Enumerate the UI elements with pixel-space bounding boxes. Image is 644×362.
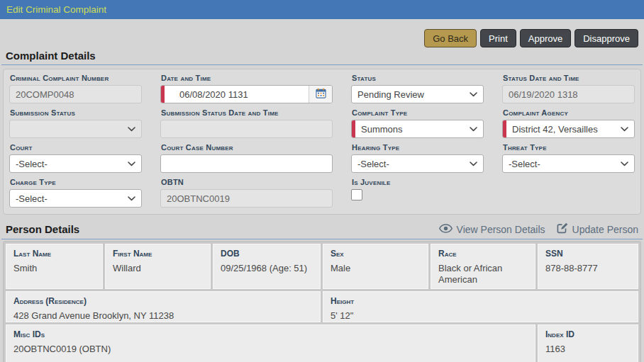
- court-select[interactable]: -Select-: [9, 154, 142, 173]
- misc-ids-value: 20OBTNC0019 (OBTN): [13, 344, 528, 355]
- ssn-value: 878-88-8777: [545, 263, 631, 274]
- person-details-heading: Person Details: [6, 223, 79, 235]
- height-label: Height: [331, 296, 631, 307]
- disapprove-button[interactable]: Disapprove: [574, 29, 638, 47]
- field-complaint-agency: Complaint Agency District 42, Versailles: [502, 108, 635, 138]
- last-name-label: Last Name: [13, 249, 95, 259]
- complaint-details-heading: Complaint Details: [6, 50, 638, 62]
- chevron-down-icon: [128, 127, 135, 132]
- cell-ssn: SSN 878-88-8777: [538, 244, 638, 289]
- index-id-label: Index ID: [545, 329, 631, 340]
- cell-dob: DOB 09/25/1968 (Age: 51): [213, 244, 321, 289]
- address-value: 428 Grand Avenue Brooklyn, NY 11238: [13, 310, 313, 322]
- cell-misc-ids: Misc IDs 20OBTNC0019 (OBTN): [6, 324, 535, 362]
- date-and-time-field: [160, 85, 333, 103]
- edit-pencil-icon: [557, 222, 568, 236]
- status-select[interactable]: Pending Review: [351, 85, 484, 103]
- empty-grid-cell: [502, 178, 635, 208]
- selected-value: Pending Review: [357, 89, 424, 100]
- field-submission-status-date-and-time: Submission Status Date and Time: [160, 108, 333, 138]
- field-submission-status: Submission Status: [9, 108, 142, 138]
- cell-index-id: Index ID 1163: [538, 324, 638, 362]
- selected-value: -Select-: [16, 193, 48, 204]
- person-details-panel: Last Name Smith First Name Willard DOB 0…: [3, 241, 641, 362]
- field-value: 06/19/2020 1318: [509, 89, 578, 100]
- charge-type-select[interactable]: -Select-: [9, 189, 142, 208]
- submission-status-label: Submission Status: [10, 108, 142, 118]
- cell-sex: Sex Male: [323, 244, 428, 289]
- chevron-down-icon: [470, 162, 477, 166]
- charge-type-label: Charge Type: [10, 178, 142, 187]
- complaint-agency-label: Complaint Agency: [503, 108, 635, 118]
- criminal-complaint-number-label: Criminal Complaint Number: [10, 74, 142, 83]
- field-value: 20COMP0048: [16, 89, 74, 100]
- chevron-down-icon: [621, 162, 628, 166]
- app-title-bar: Edit Criminal Complaint: [0, 0, 644, 19]
- submission-status-select[interactable]: [9, 120, 142, 138]
- is-juvenile-label: Is Juvenile: [352, 178, 484, 187]
- field-court: Court -Select-: [9, 143, 142, 173]
- chevron-down-icon: [128, 162, 135, 166]
- field-obtn: OBTN 20OBTNC0019: [160, 178, 333, 208]
- view-person-details-link[interactable]: View Person Details: [439, 224, 545, 235]
- status-date-and-time-label: Status Date and Time: [503, 74, 635, 83]
- obtn-input: 20OBTNC0019: [160, 189, 333, 208]
- selected-value: -Select-: [16, 159, 48, 169]
- cell-height: Height 5' 12": [323, 291, 638, 322]
- cell-address-residence: Address (Residence) 428 Grand Avenue Bro…: [6, 291, 321, 322]
- selected-value: District 42, Versailles: [512, 124, 598, 135]
- sex-value: Male: [331, 263, 421, 274]
- selected-value: Summons: [361, 124, 403, 135]
- field-criminal-complaint-number: Criminal Complaint Number 20COMP0048: [9, 74, 142, 103]
- complaint-details-panel: Criminal Complaint Number 20COMP0048 Dat…: [3, 69, 641, 215]
- cell-race: Race Black or African American: [431, 244, 535, 289]
- cell-first-name: First Name Willard: [105, 244, 211, 289]
- person-details-header: Person Details View Person Details Updat…: [6, 222, 638, 236]
- approve-button[interactable]: Approve: [520, 29, 571, 47]
- field-is-juvenile: Is Juvenile: [351, 178, 484, 208]
- person-actions: View Person Details Update Person: [428, 222, 638, 236]
- court-label: Court: [10, 143, 142, 152]
- complaint-agency-select[interactable]: District 42, Versailles: [502, 120, 635, 138]
- court-case-number-input[interactable]: [160, 154, 333, 173]
- hearing-type-select[interactable]: -Select-: [351, 154, 484, 173]
- field-court-case-number: Court Case Number: [160, 143, 333, 173]
- chevron-down-icon: [470, 92, 477, 97]
- cell-last-name: Last Name Smith: [6, 244, 103, 289]
- person-details-table: Last Name Smith First Name Willard DOB 0…: [6, 244, 638, 362]
- selected-value: -Select-: [357, 159, 389, 169]
- sex-label: Sex: [331, 249, 421, 259]
- race-value: Black or African American: [438, 263, 528, 285]
- ssn-label: SSN: [545, 249, 631, 259]
- threat-type-select[interactable]: -Select-: [502, 154, 635, 173]
- eye-icon: [439, 224, 453, 235]
- hearing-type-label: Hearing Type: [352, 143, 484, 152]
- status-label: Status: [352, 74, 484, 83]
- calendar-button[interactable]: [309, 86, 332, 103]
- court-case-number-label: Court Case Number: [161, 143, 333, 152]
- first-name-value: Willard: [113, 263, 203, 274]
- field-complaint-type: Complaint Type Summons: [351, 108, 484, 138]
- field-threat-type: Threat Type -Select-: [502, 143, 635, 173]
- submission-status-date-and-time-input: [160, 120, 333, 138]
- threat-type-label: Threat Type: [503, 143, 635, 152]
- go-back-button[interactable]: Go Back: [424, 29, 477, 47]
- index-id-value: 1163: [545, 344, 631, 355]
- is-juvenile-checkbox[interactable]: [351, 189, 362, 200]
- address-label: Address (Residence): [13, 296, 313, 307]
- first-name-label: First Name: [113, 249, 203, 259]
- race-label: Race: [438, 249, 528, 259]
- update-person-link[interactable]: Update Person: [557, 222, 638, 236]
- page-title: Edit Criminal Complaint: [6, 4, 106, 15]
- status-date-and-time-input: 06/19/2020 1318: [502, 85, 635, 103]
- complaint-type-select[interactable]: Summons: [351, 120, 484, 138]
- calendar-icon: [316, 88, 326, 101]
- print-button[interactable]: Print: [480, 29, 516, 47]
- complaint-type-label: Complaint Type: [352, 108, 484, 118]
- dob-value: 09/25/1968 (Age: 51): [221, 263, 313, 274]
- section-divider: [1, 64, 643, 65]
- section-divider: [1, 239, 643, 239]
- date-and-time-input[interactable]: [170, 86, 309, 103]
- date-and-time-label: Date and Time: [161, 74, 333, 83]
- selected-value: -Select-: [509, 159, 540, 169]
